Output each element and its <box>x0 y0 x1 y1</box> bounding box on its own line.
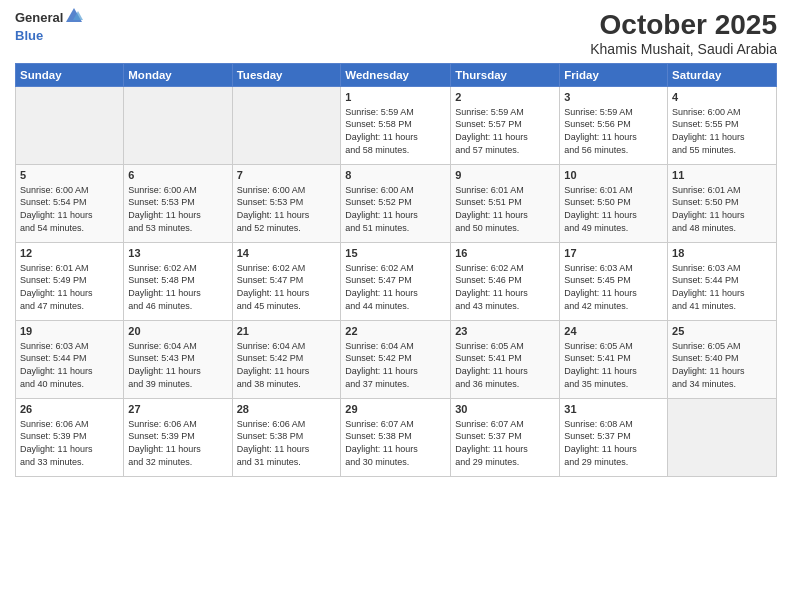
day-number: 3 <box>564 90 663 105</box>
day-info: Sunrise: 6:04 AMSunset: 5:43 PMDaylight:… <box>128 341 201 389</box>
calendar-cell: 10Sunrise: 6:01 AMSunset: 5:50 PMDayligh… <box>560 164 668 242</box>
day-info: Sunrise: 6:01 AMSunset: 5:49 PMDaylight:… <box>20 263 93 311</box>
day-number: 28 <box>237 402 337 417</box>
title-block: October 2025 Khamis Mushait, Saudi Arabi… <box>590 10 777 57</box>
calendar-cell: 20Sunrise: 6:04 AMSunset: 5:43 PMDayligh… <box>124 320 232 398</box>
logo: General Blue <box>15 10 84 44</box>
day-number: 9 <box>455 168 555 183</box>
day-number: 10 <box>564 168 663 183</box>
day-number: 22 <box>345 324 446 339</box>
calendar-cell: 28Sunrise: 6:06 AMSunset: 5:38 PMDayligh… <box>232 398 341 476</box>
calendar-week-row-3: 12Sunrise: 6:01 AMSunset: 5:49 PMDayligh… <box>16 242 777 320</box>
col-header-friday: Friday <box>560 63 668 86</box>
day-number: 7 <box>237 168 337 183</box>
day-number: 14 <box>237 246 337 261</box>
calendar-cell: 31Sunrise: 6:08 AMSunset: 5:37 PMDayligh… <box>560 398 668 476</box>
calendar-cell: 27Sunrise: 6:06 AMSunset: 5:39 PMDayligh… <box>124 398 232 476</box>
day-info: Sunrise: 5:59 AMSunset: 5:57 PMDaylight:… <box>455 107 528 155</box>
header: General Blue October 2025 Khamis Mushait… <box>15 10 777 57</box>
logo-text-general: General <box>15 11 63 25</box>
day-number: 13 <box>128 246 227 261</box>
day-info: Sunrise: 6:03 AMSunset: 5:44 PMDaylight:… <box>20 341 93 389</box>
calendar-cell: 17Sunrise: 6:03 AMSunset: 5:45 PMDayligh… <box>560 242 668 320</box>
day-number: 21 <box>237 324 337 339</box>
calendar-cell: 21Sunrise: 6:04 AMSunset: 5:42 PMDayligh… <box>232 320 341 398</box>
calendar-cell <box>16 86 124 164</box>
day-number: 6 <box>128 168 227 183</box>
calendar-header-row: SundayMondayTuesdayWednesdayThursdayFrid… <box>16 63 777 86</box>
day-number: 19 <box>20 324 119 339</box>
day-info: Sunrise: 6:00 AMSunset: 5:53 PMDaylight:… <box>237 185 310 233</box>
calendar-cell: 4Sunrise: 6:00 AMSunset: 5:55 PMDaylight… <box>668 86 777 164</box>
day-info: Sunrise: 6:00 AMSunset: 5:53 PMDaylight:… <box>128 185 201 233</box>
calendar-cell <box>232 86 341 164</box>
day-number: 25 <box>672 324 772 339</box>
day-info: Sunrise: 6:01 AMSunset: 5:50 PMDaylight:… <box>564 185 637 233</box>
day-info: Sunrise: 6:00 AMSunset: 5:54 PMDaylight:… <box>20 185 93 233</box>
day-info: Sunrise: 6:02 AMSunset: 5:48 PMDaylight:… <box>128 263 201 311</box>
day-info: Sunrise: 6:01 AMSunset: 5:50 PMDaylight:… <box>672 185 745 233</box>
col-header-sunday: Sunday <box>16 63 124 86</box>
day-number: 12 <box>20 246 119 261</box>
col-header-monday: Monday <box>124 63 232 86</box>
calendar-cell: 18Sunrise: 6:03 AMSunset: 5:44 PMDayligh… <box>668 242 777 320</box>
calendar-cell: 11Sunrise: 6:01 AMSunset: 5:50 PMDayligh… <box>668 164 777 242</box>
calendar-cell: 7Sunrise: 6:00 AMSunset: 5:53 PMDaylight… <box>232 164 341 242</box>
day-info: Sunrise: 6:03 AMSunset: 5:44 PMDaylight:… <box>672 263 745 311</box>
day-info: Sunrise: 5:59 AMSunset: 5:56 PMDaylight:… <box>564 107 637 155</box>
calendar-cell: 25Sunrise: 6:05 AMSunset: 5:40 PMDayligh… <box>668 320 777 398</box>
day-number: 24 <box>564 324 663 339</box>
day-info: Sunrise: 6:06 AMSunset: 5:39 PMDaylight:… <box>128 419 201 467</box>
calendar-cell: 29Sunrise: 6:07 AMSunset: 5:38 PMDayligh… <box>341 398 451 476</box>
day-info: Sunrise: 6:02 AMSunset: 5:47 PMDaylight:… <box>237 263 310 311</box>
calendar-week-row-2: 5Sunrise: 6:00 AMSunset: 5:54 PMDaylight… <box>16 164 777 242</box>
day-info: Sunrise: 6:06 AMSunset: 5:39 PMDaylight:… <box>20 419 93 467</box>
day-info: Sunrise: 6:04 AMSunset: 5:42 PMDaylight:… <box>345 341 418 389</box>
month-title: October 2025 <box>590 10 777 41</box>
calendar-cell: 24Sunrise: 6:05 AMSunset: 5:41 PMDayligh… <box>560 320 668 398</box>
day-number: 2 <box>455 90 555 105</box>
day-number: 4 <box>672 90 772 105</box>
day-info: Sunrise: 6:02 AMSunset: 5:46 PMDaylight:… <box>455 263 528 311</box>
calendar-cell: 30Sunrise: 6:07 AMSunset: 5:37 PMDayligh… <box>451 398 560 476</box>
day-number: 17 <box>564 246 663 261</box>
day-number: 8 <box>345 168 446 183</box>
calendar-cell: 19Sunrise: 6:03 AMSunset: 5:44 PMDayligh… <box>16 320 124 398</box>
col-header-wednesday: Wednesday <box>341 63 451 86</box>
day-number: 27 <box>128 402 227 417</box>
calendar-cell: 3Sunrise: 5:59 AMSunset: 5:56 PMDaylight… <box>560 86 668 164</box>
day-info: Sunrise: 6:02 AMSunset: 5:47 PMDaylight:… <box>345 263 418 311</box>
page: General Blue October 2025 Khamis Mushait… <box>0 0 792 612</box>
day-number: 31 <box>564 402 663 417</box>
calendar-cell <box>668 398 777 476</box>
calendar-cell: 5Sunrise: 6:00 AMSunset: 5:54 PMDaylight… <box>16 164 124 242</box>
calendar-week-row-1: 1Sunrise: 5:59 AMSunset: 5:58 PMDaylight… <box>16 86 777 164</box>
calendar-cell: 13Sunrise: 6:02 AMSunset: 5:48 PMDayligh… <box>124 242 232 320</box>
day-info: Sunrise: 6:04 AMSunset: 5:42 PMDaylight:… <box>237 341 310 389</box>
calendar-cell: 26Sunrise: 6:06 AMSunset: 5:39 PMDayligh… <box>16 398 124 476</box>
calendar-cell: 15Sunrise: 6:02 AMSunset: 5:47 PMDayligh… <box>341 242 451 320</box>
calendar-table: SundayMondayTuesdayWednesdayThursdayFrid… <box>15 63 777 477</box>
day-info: Sunrise: 6:03 AMSunset: 5:45 PMDaylight:… <box>564 263 637 311</box>
day-number: 20 <box>128 324 227 339</box>
day-info: Sunrise: 6:05 AMSunset: 5:40 PMDaylight:… <box>672 341 745 389</box>
logo-icon <box>64 6 84 26</box>
calendar-cell: 14Sunrise: 6:02 AMSunset: 5:47 PMDayligh… <box>232 242 341 320</box>
day-number: 18 <box>672 246 772 261</box>
day-info: Sunrise: 6:07 AMSunset: 5:38 PMDaylight:… <box>345 419 418 467</box>
day-info: Sunrise: 6:08 AMSunset: 5:37 PMDaylight:… <box>564 419 637 467</box>
day-info: Sunrise: 6:05 AMSunset: 5:41 PMDaylight:… <box>564 341 637 389</box>
day-info: Sunrise: 6:06 AMSunset: 5:38 PMDaylight:… <box>237 419 310 467</box>
calendar-cell: 8Sunrise: 6:00 AMSunset: 5:52 PMDaylight… <box>341 164 451 242</box>
calendar-cell: 12Sunrise: 6:01 AMSunset: 5:49 PMDayligh… <box>16 242 124 320</box>
day-info: Sunrise: 6:07 AMSunset: 5:37 PMDaylight:… <box>455 419 528 467</box>
calendar-cell: 22Sunrise: 6:04 AMSunset: 5:42 PMDayligh… <box>341 320 451 398</box>
day-info: Sunrise: 5:59 AMSunset: 5:58 PMDaylight:… <box>345 107 418 155</box>
location-title: Khamis Mushait, Saudi Arabia <box>590 41 777 57</box>
day-number: 30 <box>455 402 555 417</box>
day-number: 5 <box>20 168 119 183</box>
calendar-cell: 6Sunrise: 6:00 AMSunset: 5:53 PMDaylight… <box>124 164 232 242</box>
calendar-cell <box>124 86 232 164</box>
day-info: Sunrise: 6:00 AMSunset: 5:55 PMDaylight:… <box>672 107 745 155</box>
day-info: Sunrise: 6:05 AMSunset: 5:41 PMDaylight:… <box>455 341 528 389</box>
